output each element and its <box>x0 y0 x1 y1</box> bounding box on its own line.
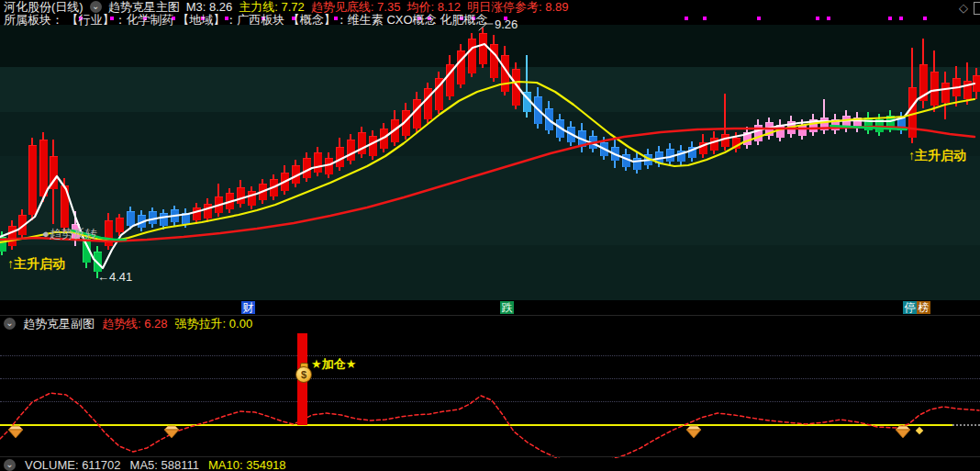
diamond-signal-icon <box>163 425 180 439</box>
diamond-signal-icon <box>895 425 911 439</box>
field-trend-bottom-line: 趋势见底线: 7.35 <box>311 1 401 13</box>
tag-strip: 财跌停榜 <box>0 300 980 315</box>
main-rise-launch-label-left: ↑主升启动 <box>7 256 65 273</box>
add-position-signal-label: ★加仓★ <box>311 356 356 373</box>
stock-app-window: 河化股份(日线) ⌄ 趋势克星主图 M3: 8.26 主力线: 7.72 趋势见… <box>0 0 980 471</box>
field-vol-ma5: MA5: 588111 <box>130 459 199 471</box>
pane-divider <box>0 315 980 316</box>
sub-chart-header: ⌄ 趋势克星副图 趋势线: 6.28 强势拉升: 0.00 <box>0 317 980 331</box>
volume-header-row: ⌄ VOLUME: 611702 MA5: 588111 MA10: 35491… <box>0 458 980 471</box>
money-bag-icon: $ <box>295 366 312 383</box>
tag-halt[interactable]: 停 <box>903 301 917 314</box>
window-tool-icon[interactable] <box>974 2 980 15</box>
field-volume: VOLUME: 611702 <box>25 459 121 471</box>
field-avg-price: 均价: 8.12 <box>406 1 461 13</box>
volume-collapse-icon[interactable]: ⌄ <box>4 459 16 471</box>
main-indicator-name: 趋势克星主图 <box>108 1 180 13</box>
field-trend-line: 趋势线: 6.28 <box>102 318 168 330</box>
diamond-tool-icon[interactable]: ◇ <box>959 1 968 15</box>
main-header: 河化股份(日线) ⌄ 趋势克星主图 M3: 8.26 主力线: 7.72 趋势见… <box>0 0 980 13</box>
main-rise-launch-label-right: ↑主升启动 <box>908 148 966 164</box>
tag-board[interactable]: 榜 <box>917 301 930 314</box>
sub-indicator-collapse-icon[interactable]: ⌄ <box>4 318 16 330</box>
tag-decline[interactable]: 跌 <box>500 301 514 314</box>
field-limit-up-ref: 明日涨停参考: 8.89 <box>467 1 569 13</box>
sector-info-row: 所属板块： 【行业】：化学制药 【地域】：广西板块 【概念】：维生素 CXO概念… <box>0 14 980 26</box>
diamond-signal-icon <box>685 425 702 439</box>
sub-chart-signal-layer: $ ★加仓★ <box>0 0 980 471</box>
header-tools: ◇ <box>959 1 977 15</box>
field-main-force-line: 主力线: 7.72 <box>239 1 305 13</box>
field-strong-rally: 强势拉升: 0.00 <box>175 318 253 330</box>
low-price-label: ←4.41 <box>97 270 132 284</box>
field-m3: M3: 8.26 <box>186 1 233 13</box>
sector-info-text: 所属板块： 【行业】：化学制药 【地域】：广西板块 【概念】：维生素 CXO概念… <box>4 13 487 27</box>
stock-title: 河化股份(日线) <box>4 1 84 13</box>
tag-finance[interactable]: 财 <box>241 301 255 314</box>
sub-indicator-name: 趋势克星副图 <box>23 318 95 330</box>
diamond-signal-icon <box>7 425 24 439</box>
gold-dot-marker <box>916 427 923 434</box>
field-vol-ma10: MA10: 354918 <box>208 459 286 471</box>
main-indicator-collapse-icon[interactable]: ⌄ <box>90 1 102 13</box>
trend-reversal-label: ●趋势反转 <box>42 226 97 242</box>
